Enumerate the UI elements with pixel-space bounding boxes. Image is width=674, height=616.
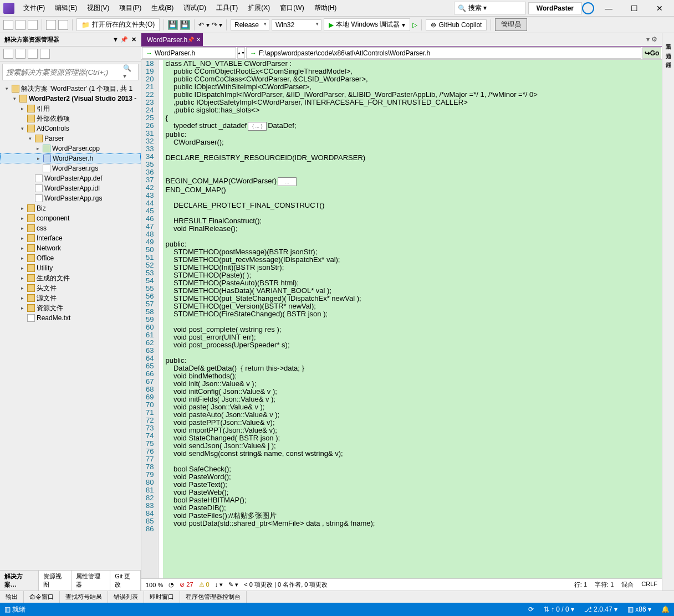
save2-icon[interactable]: 💾 [180, 20, 190, 30]
menu-item[interactable]: 视图(V) [83, 1, 114, 15]
git-branch[interactable]: ⇅ ↑ 0 / 0 ▾ [544, 605, 574, 613]
tree-item[interactable]: ▸css [0, 223, 141, 233]
tree-item[interactable]: ▸component [0, 213, 141, 223]
code-lines[interactable]: class ATL_NO_VTABLE CWordParser : public… [159, 60, 662, 578]
tree-item[interactable]: ▾AtlControls [0, 124, 141, 134]
tree-item[interactable]: ▾WordPaster2 (Visual Studio 2013 - [0, 94, 141, 104]
warn-count[interactable]: ⚠ 0 [199, 581, 210, 588]
tab-close-icon[interactable]: ✕ [196, 37, 201, 43]
refresh-icon[interactable] [16, 49, 25, 59]
tree-item[interactable]: WordPasterApp.def [0, 173, 141, 183]
tab-menu-icon[interactable]: ▾ ⚙ [642, 33, 662, 46]
new-icon[interactable] [3, 20, 13, 30]
copilot-button[interactable]: ⊚ GitHub Copilot [426, 19, 487, 30]
panel-search-input[interactable] [3, 66, 120, 78]
tree-item[interactable]: ▸Network [0, 243, 141, 253]
menu-item[interactable]: 编辑(E) [50, 1, 81, 15]
menu-item[interactable]: 扩展(X) [243, 1, 274, 15]
bottom-tab[interactable]: 程序包管理器控制台 [180, 591, 247, 603]
go-button[interactable]: ↪Go [642, 47, 661, 59]
tree-item[interactable]: ▸资源文件 [0, 303, 141, 313]
platform-select[interactable]: Win32 [272, 19, 321, 30]
panel-tab[interactable]: 属性管理器 [72, 571, 110, 591]
tree-item[interactable]: ▸Interface [0, 233, 141, 243]
solution-tree[interactable]: ▾解决方案 'WordPaster' (1 个项目, 共 1▾WordPaste… [0, 83, 141, 570]
indent-mode[interactable]: 混合 [621, 581, 634, 589]
error-count[interactable]: ⊘ 27 [180, 581, 193, 588]
panel-search[interactable]: 🔍 ▾ [2, 64, 139, 80]
info-icon[interactable]: ◔ [168, 581, 174, 588]
save-all-icon[interactable]: 💾 [168, 20, 178, 30]
minimize-button[interactable]: — [598, 2, 620, 15]
code-editor[interactable]: 1819202122232425263132333435363742434445… [141, 60, 662, 578]
tree-item[interactable]: ▸WordParser.h [0, 153, 141, 163]
doc-tab[interactable]: WordParser.h📌✕ [141, 33, 203, 46]
save-icon[interactable] [28, 20, 38, 30]
open-folder-button[interactable]: 📁 打开所在的文件夹(O) [76, 18, 160, 31]
nav-fwd-icon[interactable] [58, 20, 68, 30]
panel-tab[interactable]: Git 更改 [110, 571, 141, 591]
showall-icon[interactable] [28, 49, 38, 59]
redo-icon[interactable]: ↷ ▾ [212, 21, 222, 29]
props-icon[interactable] [40, 49, 50, 59]
project-title-tab[interactable]: WordPaster [528, 2, 582, 14]
tree-item[interactable]: ▸生成的文件 [0, 273, 141, 283]
tree-item[interactable]: ▸Office [0, 253, 141, 263]
bottom-tab[interactable]: 错误列表 [108, 591, 144, 603]
config-select[interactable]: Release [231, 19, 269, 30]
tree-item[interactable]: WordPasterApp.rgs [0, 193, 141, 203]
nav-path[interactable]: →F:\apps\wordpaster\code\x86\atl\AtlCont… [246, 47, 641, 59]
maximize-button[interactable]: ☐ [623, 2, 645, 15]
bottom-tab[interactable]: 即时窗口 [144, 591, 180, 603]
panel-tab[interactable]: 解决方案… [0, 571, 39, 591]
flag-icon[interactable]: ↓ ▾ [215, 581, 223, 588]
panel-tab[interactable]: 资源视图 [39, 571, 72, 591]
bell-icon[interactable]: 🔔 [661, 605, 670, 613]
close-button[interactable]: ✕ [649, 2, 671, 15]
version[interactable]: ⎇ 2.0.47 ▾ [584, 605, 617, 613]
tree-item[interactable]: ▸WordParser.cpp [0, 143, 141, 153]
menu-item[interactable]: 生成(B) [147, 1, 178, 15]
tree-item[interactable]: WordPasterApp.idl [0, 183, 141, 193]
bottom-tab[interactable]: 命令窗口 [24, 591, 60, 603]
open-icon[interactable] [16, 20, 25, 30]
nav-scope[interactable]: →WordParser.h [142, 47, 236, 59]
home-icon[interactable] [3, 49, 13, 59]
bottom-tab[interactable]: 输出 [0, 591, 24, 603]
start-debug-button[interactable]: ▶ 本地 Windows 调试器 ▾ [324, 18, 410, 31]
brush-icon[interactable]: ✎ ▾ [228, 581, 238, 588]
nav-arrows[interactable]: ▲▼ [237, 47, 245, 59]
tree-item[interactable]: ▸Utility [0, 263, 141, 273]
pin-icon[interactable]: ▼ 📌 [113, 36, 128, 43]
panel-close-icon[interactable]: ✕ [131, 36, 136, 43]
tree-item[interactable]: WordParser.rgs [0, 163, 141, 173]
tree-item[interactable]: ▸头文件 [0, 283, 141, 293]
live-share-icon[interactable] [582, 2, 594, 14]
menu-item[interactable]: 项目(P) [115, 1, 146, 15]
bottom-tab[interactable]: 查找符号结果 [60, 591, 108, 603]
tree-item[interactable]: ▸源文件 [0, 293, 141, 303]
menu-item[interactable]: 调试(D) [179, 1, 211, 15]
arch[interactable]: ▥ x86 ▾ [627, 605, 651, 613]
tree-item[interactable]: 外部依赖项 [0, 114, 141, 124]
zoom[interactable]: 100 % [146, 582, 163, 588]
start-no-debug-icon[interactable]: ▷ [412, 21, 417, 29]
crlf[interactable]: CRLF [641, 581, 657, 589]
menu-item[interactable]: 文件(F) [19, 1, 49, 15]
tree-item[interactable]: ▸引用 [0, 104, 141, 114]
nav-back-icon[interactable] [46, 20, 56, 30]
menu-item[interactable]: 窗口(W) [275, 1, 308, 15]
search-dropdown-icon[interactable]: 🔍 ▾ [120, 64, 138, 80]
tree-item[interactable]: ▾Parser [0, 134, 141, 143]
vertical-tab[interactable]: 属性 [663, 54, 673, 61]
pin-tab-icon[interactable]: 📌 [187, 37, 194, 43]
menu-item[interactable]: 帮助(H) [310, 1, 341, 15]
undo-icon[interactable]: ↶ ▾ [198, 21, 209, 29]
sync-icon[interactable]: ⟳ [528, 605, 534, 613]
search-box[interactable]: 🔍 搜索 ▾ [454, 2, 526, 14]
vertical-tab[interactable]: 通知 [663, 45, 673, 52]
tree-item[interactable]: ▸Biz [0, 203, 141, 213]
menu-item[interactable]: 工具(T) [212, 1, 242, 15]
tree-item[interactable]: ReadMe.txt [0, 313, 141, 323]
vertical-tab[interactable]: 工具箱 [663, 37, 673, 43]
